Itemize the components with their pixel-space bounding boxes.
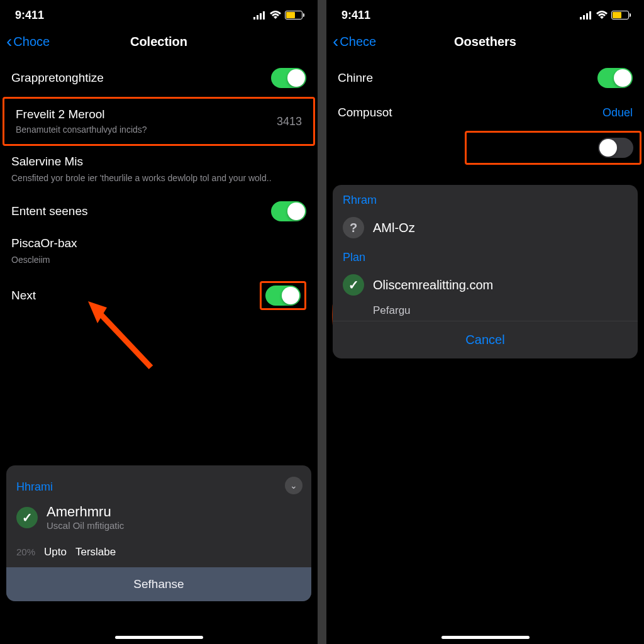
action-sheet: Hhrami ⌄ ✓ Amerhmru Uscal Oil mfitigatic… xyxy=(6,465,311,601)
chevron-down-icon[interactable]: ⌄ xyxy=(285,477,303,494)
svg-rect-2 xyxy=(260,13,262,19)
sheet-section-rhram: Rhram xyxy=(333,185,638,211)
setting-salervine: Salervine Mis Censfited yor brole ier 't… xyxy=(0,146,318,192)
setting-link-value[interactable]: Oduel xyxy=(602,106,633,119)
setting-grappretonghtize[interactable]: Grappretonghtize xyxy=(0,59,318,97)
svg-rect-0 xyxy=(253,17,255,19)
setting-sub: Oescleiim xyxy=(11,254,306,265)
setting-next[interactable]: Next xyxy=(0,272,318,319)
setting-label: Compusot xyxy=(338,106,392,119)
signal-icon xyxy=(580,11,592,19)
sheet-bottom-row: 20% Upto Terslabe xyxy=(6,537,311,567)
phone-right: 9:411 ‹ Chece Oosethers Chinre Compusot … xyxy=(326,0,644,644)
toggle-grappretonghtize[interactable] xyxy=(271,68,306,88)
wifi-icon xyxy=(596,11,608,19)
sheet-action-button[interactable]: Sefhanse xyxy=(6,567,311,601)
setting-compusot[interactable]: Compusot Oduel xyxy=(326,97,644,128)
content: Grappretonghtize Frevelit 2 Merool Benam… xyxy=(0,59,318,644)
back-label: Chece xyxy=(340,35,376,49)
nav-bar: ‹ Chece Oosethers xyxy=(326,28,644,59)
nav-bar: ‹ Choce Colection xyxy=(0,28,318,59)
cancel-button[interactable]: Cancel xyxy=(333,321,638,358)
back-button[interactable]: ‹ Choce xyxy=(6,33,50,50)
sheet-section-plan: Plan xyxy=(333,245,638,268)
toggle-next[interactable] xyxy=(265,286,301,306)
battery-icon xyxy=(285,11,303,19)
sheet-item-label: Pefargu xyxy=(373,304,411,317)
setting-chinre[interactable]: Chinre xyxy=(326,59,644,97)
setting-frevelit-highlighted[interactable]: Frevelit 2 Merool Benamuteit consarthulv… xyxy=(3,97,315,146)
battery-icon xyxy=(611,11,629,19)
setting-value: 3413 xyxy=(277,115,302,128)
setting-label: Grappretonghtize xyxy=(11,71,104,85)
svg-rect-7 xyxy=(586,13,588,19)
svg-rect-8 xyxy=(589,11,591,19)
page-title: Oosethers xyxy=(454,35,516,49)
sheet-item-oliscem[interactable]: ✓ Oliscemrealitting.com xyxy=(333,268,638,302)
setting-sub: Censfited yor brole ier 'theurlile a wor… xyxy=(11,172,306,184)
setting-sub: Benamuteit consarthulvyd incids? xyxy=(16,124,147,135)
home-indicator[interactable] xyxy=(441,636,530,639)
action-sheet: Rhram ? AMl-Oz Plan ✓ Oliscemrealitting.… xyxy=(333,185,638,358)
back-button[interactable]: ‹ Chece xyxy=(333,33,376,50)
toggle-highlight xyxy=(260,281,306,310)
sheet-bottom-label: Upto xyxy=(44,546,67,558)
chevron-left-icon: ‹ xyxy=(6,33,12,50)
svg-rect-1 xyxy=(257,15,258,19)
svg-rect-5 xyxy=(580,17,582,19)
page-title: Colection xyxy=(130,35,187,49)
setting-label: Frevelit 2 Merool xyxy=(16,108,147,121)
sheet-item-title: Amerhmru xyxy=(47,504,124,520)
setting-label: Next xyxy=(11,289,36,303)
setting-piscaor[interactable]: PiscaOr-bax Oescleiim xyxy=(0,230,318,272)
status-icons xyxy=(253,11,303,19)
check-icon: ✓ xyxy=(343,274,364,296)
status-bar: 9:411 xyxy=(0,0,318,28)
setting-label: Salervine Mis xyxy=(11,155,306,169)
status-time: 9:411 xyxy=(341,9,370,22)
home-indicator[interactable] xyxy=(115,636,203,639)
setting-label: Entent seenes xyxy=(11,204,87,218)
toggle-entent[interactable] xyxy=(271,201,306,221)
svg-rect-6 xyxy=(583,15,585,19)
svg-rect-3 xyxy=(263,11,265,19)
sheet-bottom-label2: Terslabe xyxy=(75,546,116,558)
sheet-header: Hhrami xyxy=(6,472,63,497)
question-icon: ? xyxy=(343,217,364,238)
wifi-icon xyxy=(270,11,281,19)
phone-left: 9:411 ‹ Choce Colection Grappretonghtize… xyxy=(0,0,318,644)
sheet-item-label: Oliscemrealitting.com xyxy=(373,278,493,292)
sheet-item-sub: Uscal Oil mfitigatic xyxy=(47,520,124,531)
setting-label: PiscaOr-bax xyxy=(11,236,306,250)
setting-entent[interactable]: Entent seenes xyxy=(0,192,318,230)
setting-label: Chinre xyxy=(338,71,373,85)
chevron-left-icon: ‹ xyxy=(333,33,338,50)
sheet-percent: 20% xyxy=(16,547,35,557)
sheet-item-pefargu[interactable]: Pefargu xyxy=(333,302,638,321)
sheet-item-label: AMl-Oz xyxy=(373,221,415,235)
back-label: Choce xyxy=(13,35,50,49)
check-icon: ✓ xyxy=(16,507,38,528)
sheet-item-amloz[interactable]: ? AMl-Oz xyxy=(333,211,638,245)
status-bar: 9:411 xyxy=(326,0,644,28)
signal-icon xyxy=(253,11,266,19)
status-time: 9:411 xyxy=(15,9,44,22)
toggle-highlighted-row[interactable] xyxy=(465,131,641,165)
status-icons xyxy=(580,11,629,19)
toggle-off[interactable] xyxy=(598,138,633,158)
content: Chinre Compusot Oduel Rhram ? AMl-Oz Pla… xyxy=(326,59,644,644)
sheet-item-amerhmru[interactable]: ✓ Amerhmru Uscal Oil mfitigatic xyxy=(6,497,311,537)
toggle-chinre[interactable] xyxy=(597,68,633,88)
